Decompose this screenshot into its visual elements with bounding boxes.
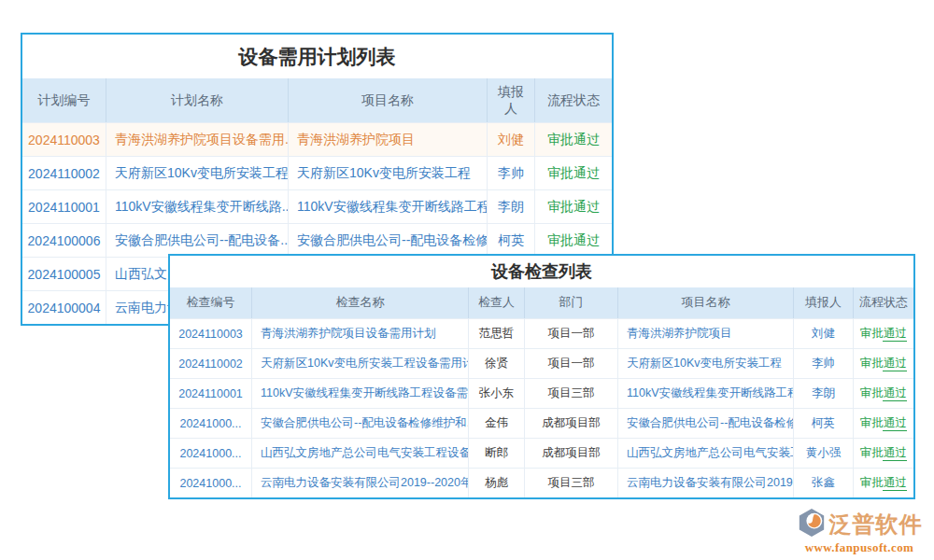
- check-inspector-cell: 范思哲: [469, 319, 525, 348]
- check-id-cell[interactable]: 2024110002: [170, 349, 252, 378]
- table-row[interactable]: 2024110003 青海洪湖养护院项目设备需用... 青海洪湖养护院项目 刘健…: [22, 122, 612, 156]
- plan-id-cell[interactable]: 2024110003: [22, 123, 106, 156]
- table-row[interactable]: 2024110002 天府新区10Kv变电所安装工程设备需用计划 徐贤 项目一部…: [170, 348, 913, 378]
- check-col-reporter: 填报人: [794, 287, 854, 318]
- check-status-cell[interactable]: 审批通过: [854, 319, 913, 348]
- check-status-cell[interactable]: 审批通过: [854, 349, 913, 378]
- check-table-card: 设备检查列表 检查编号 检查名称 检查人 部门 项目名称 填报人 流程状态 20…: [168, 254, 915, 499]
- check-reporter-cell[interactable]: 李朗: [794, 379, 854, 408]
- check-status-cell[interactable]: 审批通过: [854, 379, 913, 408]
- check-name-cell[interactable]: 山西弘文房地产总公司电气安装工程设备...: [252, 439, 469, 468]
- status-text[interactable]: 审批通过: [860, 445, 907, 461]
- plan-name-cell[interactable]: 青海洪湖养护院项目设备需用...: [106, 123, 289, 156]
- check-project-cell[interactable]: 安徽合肥供电公司--配电设备检修维护...: [618, 409, 794, 438]
- check-dept-cell: 项目一部: [525, 349, 618, 378]
- plan-reporter-cell[interactable]: 李朗: [488, 190, 535, 223]
- check-status-cell[interactable]: 审批通过: [854, 439, 913, 468]
- plan-status-cell[interactable]: 审批通过: [535, 190, 612, 223]
- plan-status-cell[interactable]: 审批通过: [535, 224, 612, 257]
- check-col-project: 项目名称: [618, 287, 794, 318]
- check-name-cell[interactable]: 安徽合肥供电公司--配电设备检修维护和...: [252, 409, 469, 438]
- fanpu-logo-icon: [797, 508, 827, 541]
- plan-table-title: 设备需用计划列表: [22, 35, 612, 78]
- plan-project-cell[interactable]: 安徽合肥供电公司--配电设备检修...: [289, 224, 488, 257]
- check-col-dept: 部门: [525, 287, 618, 318]
- check-project-cell[interactable]: 110kV安徽线程集变开断线路工程: [618, 379, 794, 408]
- check-reporter-cell[interactable]: 张鑫: [794, 469, 854, 497]
- table-row[interactable]: 2024110003 青海洪湖养护院项目设备需用计划 范思哲 项目一部 青海洪湖…: [170, 318, 913, 348]
- plan-col-status: 流程状态: [535, 78, 612, 122]
- check-inspector-cell: 断郎: [469, 439, 525, 468]
- check-inspector-cell: 徐贤: [469, 349, 525, 378]
- check-project-cell[interactable]: 云南电力设备安装有限公司2019--202...: [618, 469, 794, 497]
- check-project-cell[interactable]: 山西弘文房地产总公司电气安装工程: [618, 439, 794, 468]
- check-reporter-cell[interactable]: 黄小强: [794, 439, 854, 468]
- table-row[interactable]: 2024110001 110kV安徽线程集变开断线路... 110kV安徽线程集…: [22, 189, 612, 223]
- plan-table-header: 计划编号 计划名称 项目名称 填报人 流程状态: [22, 78, 612, 122]
- check-dept-cell: 项目三部: [525, 469, 618, 497]
- plan-reporter-cell[interactable]: 李帅: [488, 157, 535, 189]
- table-row[interactable]: 2024110002 天府新区10Kv变电所安装工程... 天府新区10Kv变电…: [22, 156, 612, 189]
- check-table-title: 设备检查列表: [170, 256, 913, 287]
- plan-project-cell[interactable]: 青海洪湖养护院项目: [289, 123, 488, 156]
- plan-col-reporter: 填报人: [488, 78, 535, 122]
- status-text[interactable]: 审批通过: [860, 385, 907, 401]
- table-row[interactable]: 20241000... 云南电力设备安装有限公司2019--2020年... 杨…: [170, 468, 913, 497]
- check-id-cell[interactable]: 2024110001: [170, 379, 252, 408]
- plan-reporter-cell[interactable]: 刘健: [488, 123, 535, 156]
- check-id-cell[interactable]: 20241000...: [170, 439, 252, 468]
- status-text[interactable]: 审批通过: [860, 356, 907, 371]
- plan-col-id: 计划编号: [22, 78, 106, 122]
- plan-id-cell[interactable]: 2024110002: [22, 157, 106, 189]
- plan-col-name: 计划名称: [106, 78, 289, 122]
- plan-id-cell[interactable]: 2024110001: [22, 190, 106, 223]
- check-dept-cell: 成都项目部: [525, 439, 618, 468]
- check-col-name: 检查名称: [252, 287, 469, 318]
- check-col-inspector: 检查人: [469, 287, 525, 318]
- check-reporter-cell[interactable]: 柯英: [794, 409, 854, 438]
- logo-text: 泛普软件: [829, 510, 923, 539]
- status-text[interactable]: 审批通过: [860, 475, 907, 491]
- check-id-cell[interactable]: 20241000...: [170, 409, 252, 438]
- check-inspector-cell: 杨彪: [469, 469, 525, 497]
- check-project-cell[interactable]: 天府新区10Kv变电所安装工程: [618, 349, 794, 378]
- website-url: www.fanpusoft.com: [792, 540, 927, 555]
- check-reporter-cell[interactable]: 刘健: [794, 319, 854, 348]
- plan-reporter-cell[interactable]: 柯英: [488, 224, 535, 257]
- plan-status-cell[interactable]: 审批通过: [535, 123, 612, 156]
- plan-project-cell[interactable]: 110kV安徽线程集变开断线路工程: [289, 190, 488, 223]
- check-project-cell[interactable]: 青海洪湖养护院项目: [618, 319, 794, 348]
- table-row[interactable]: 20241000... 山西弘文房地产总公司电气安装工程设备... 断郎 成都项…: [170, 438, 913, 468]
- check-status-cell[interactable]: 审批通过: [854, 409, 913, 438]
- check-name-cell[interactable]: 110kV安徽线程集变开断线路工程设备需...: [252, 379, 469, 408]
- check-name-cell[interactable]: 青海洪湖养护院项目设备需用计划: [252, 319, 469, 348]
- check-dept-cell: 成都项目部: [525, 409, 618, 438]
- check-dept-cell: 项目一部: [525, 319, 618, 348]
- table-row[interactable]: 2024110001 110kV安徽线程集变开断线路工程设备需... 张小东 项…: [170, 378, 913, 408]
- page: 设备需用计划列表 计划编号 计划名称 项目名称 填报人 流程状态 2024110…: [0, 0, 934, 560]
- plan-name-cell[interactable]: 安徽合肥供电公司--配电设备...: [106, 224, 289, 257]
- check-col-id: 检查编号: [170, 287, 252, 318]
- branding-watermark: 泛普软件 www.fanpusoft.com: [792, 508, 927, 555]
- check-col-status: 流程状态: [854, 287, 913, 318]
- plan-name-cell[interactable]: 110kV安徽线程集变开断线路...: [106, 190, 289, 223]
- check-reporter-cell[interactable]: 李帅: [794, 349, 854, 378]
- check-inspector-cell: 金伟: [469, 409, 525, 438]
- plan-id-cell[interactable]: 2024100005: [22, 258, 106, 290]
- check-id-cell[interactable]: 20241000...: [170, 469, 252, 497]
- plan-status-cell[interactable]: 审批通过: [535, 157, 612, 189]
- table-row[interactable]: 2024100006 安徽合肥供电公司--配电设备... 安徽合肥供电公司--配…: [22, 223, 612, 257]
- check-status-cell[interactable]: 审批通过: [854, 469, 913, 497]
- status-text[interactable]: 审批通过: [860, 326, 907, 342]
- check-id-cell[interactable]: 2024110003: [170, 319, 252, 348]
- check-name-cell[interactable]: 云南电力设备安装有限公司2019--2020年...: [252, 469, 469, 497]
- plan-project-cell[interactable]: 天府新区10Kv变电所安装工程: [289, 157, 488, 189]
- plan-id-cell[interactable]: 2024100004: [22, 291, 106, 324]
- check-name-cell[interactable]: 天府新区10Kv变电所安装工程设备需用计划: [252, 349, 469, 378]
- table-row[interactable]: 20241000... 安徽合肥供电公司--配电设备检修维护和... 金伟 成都…: [170, 408, 913, 438]
- plan-id-cell[interactable]: 2024100006: [22, 224, 106, 257]
- status-text[interactable]: 审批通过: [860, 415, 907, 431]
- check-dept-cell: 项目三部: [525, 379, 618, 408]
- plan-name-cell[interactable]: 天府新区10Kv变电所安装工程...: [106, 157, 289, 189]
- check-table-header: 检查编号 检查名称 检查人 部门 项目名称 填报人 流程状态: [170, 287, 913, 318]
